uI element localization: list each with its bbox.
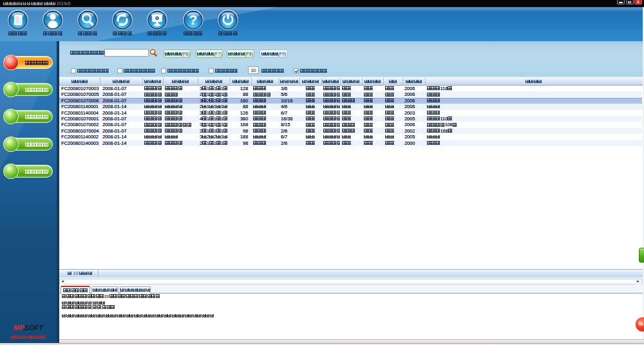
svg-text:?: ? [189,12,197,27]
